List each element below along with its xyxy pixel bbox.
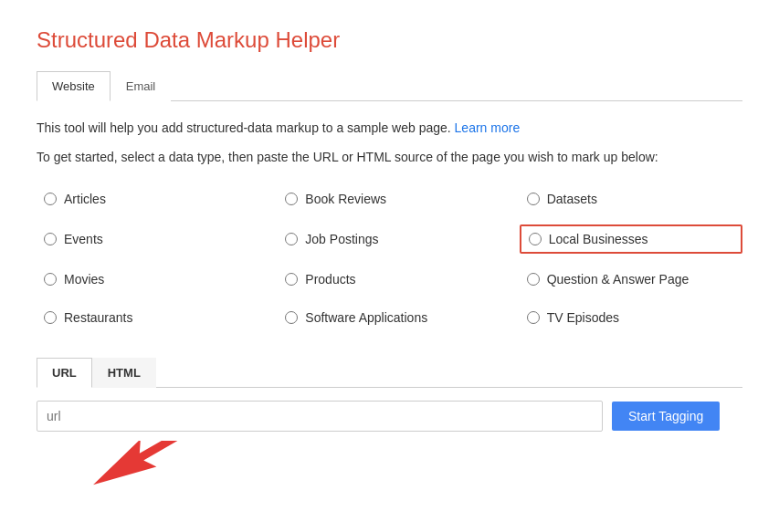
data-type-restaurants[interactable]: Restaurants xyxy=(37,305,259,330)
label-job-postings: Job Postings xyxy=(305,232,378,246)
learn-more-link[interactable]: Learn more xyxy=(455,120,521,135)
data-type-movies[interactable]: Movies xyxy=(37,266,259,292)
radio-events[interactable] xyxy=(44,233,57,245)
main-tabs: Website Email xyxy=(37,71,742,101)
data-type-events[interactable]: Events xyxy=(37,224,259,254)
start-tagging-button[interactable]: Start Tagging xyxy=(612,402,720,431)
description-text: This tool will help you add structured-d… xyxy=(37,118,742,138)
data-type-tv-episodes[interactable]: TV Episodes xyxy=(520,305,742,330)
radio-restaurants[interactable] xyxy=(44,311,57,324)
svg-marker-0 xyxy=(91,441,191,498)
label-products: Products xyxy=(305,272,355,287)
radio-datasets[interactable] xyxy=(527,193,540,205)
radio-articles[interactable] xyxy=(44,193,57,205)
tab-email[interactable]: Email xyxy=(111,71,172,101)
data-types-grid: Articles Book Reviews Datasets Events Jo… xyxy=(37,186,742,330)
tab-website[interactable]: Website xyxy=(37,71,111,101)
label-software-applications: Software Applications xyxy=(305,310,427,325)
data-type-job-postings[interactable]: Job Postings xyxy=(278,224,500,254)
arrow-icon xyxy=(91,441,201,505)
url-section: URL HTML Start Tagging xyxy=(37,358,742,505)
label-movies: Movies xyxy=(64,272,104,287)
label-datasets: Datasets xyxy=(547,192,597,206)
tab-html[interactable]: HTML xyxy=(92,358,156,388)
label-book-reviews: Book Reviews xyxy=(305,192,386,206)
radio-book-reviews[interactable] xyxy=(285,193,298,205)
label-events: Events xyxy=(64,232,103,246)
radio-question-answer[interactable] xyxy=(527,273,540,286)
label-tv-episodes: TV Episodes xyxy=(547,310,619,325)
data-type-products[interactable]: Products xyxy=(278,266,500,292)
instruction-text: To get started, select a data type, then… xyxy=(37,147,742,167)
data-type-local-businesses[interactable]: Local Businesses xyxy=(520,224,742,254)
url-input[interactable] xyxy=(37,401,603,432)
label-local-businesses: Local Businesses xyxy=(549,232,648,246)
radio-products[interactable] xyxy=(285,273,298,286)
tab-url[interactable]: URL xyxy=(37,358,92,388)
radio-job-postings[interactable] xyxy=(285,233,298,245)
url-input-row: Start Tagging xyxy=(37,401,742,432)
description-text-part1: This tool will help you add structured-d… xyxy=(37,120,455,135)
arrow-container xyxy=(37,432,742,505)
data-type-articles[interactable]: Articles xyxy=(37,186,259,212)
radio-movies[interactable] xyxy=(44,273,57,286)
label-question-answer: Question & Answer Page xyxy=(547,272,690,287)
radio-tv-episodes[interactable] xyxy=(527,311,540,324)
data-type-question-answer[interactable]: Question & Answer Page xyxy=(520,266,742,292)
data-type-datasets[interactable]: Datasets xyxy=(520,186,742,212)
radio-software-applications[interactable] xyxy=(285,311,298,324)
url-tabs: URL HTML xyxy=(37,358,742,388)
label-restaurants: Restaurants xyxy=(64,310,132,325)
data-type-book-reviews[interactable]: Book Reviews xyxy=(278,186,500,212)
radio-local-businesses[interactable] xyxy=(529,233,542,245)
data-type-software-applications[interactable]: Software Applications xyxy=(278,305,500,330)
label-articles: Articles xyxy=(64,192,106,206)
page-title: Structured Data Markup Helper xyxy=(37,27,742,53)
